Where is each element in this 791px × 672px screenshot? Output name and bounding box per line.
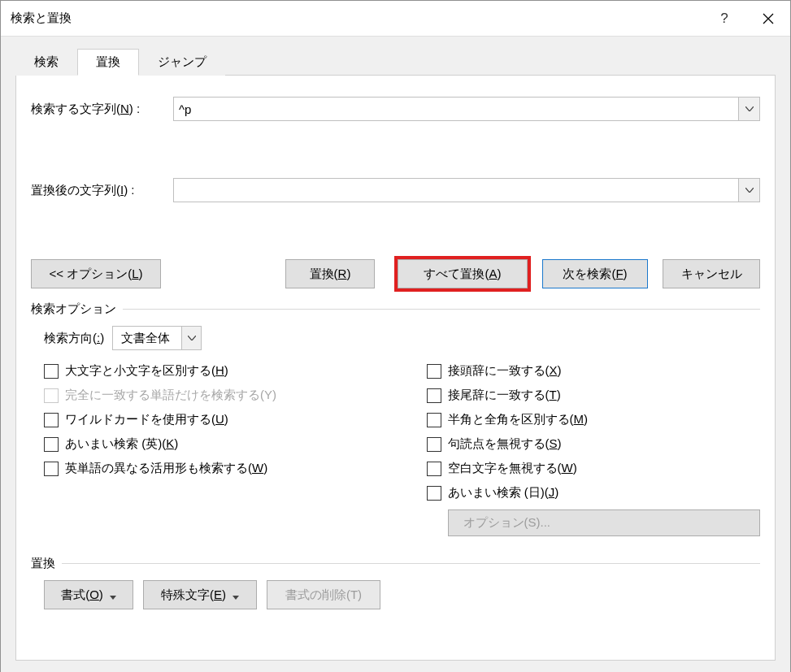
checkbox-word-forms[interactable]: 英単語の異なる活用形も検索する(W) bbox=[44, 461, 378, 476]
action-button-row: << オプション(L) 置換(R) すべて置換(A) 次を検索(F) キャンセル bbox=[31, 259, 760, 288]
replace-dropdown-button[interactable] bbox=[739, 178, 760, 202]
checkbox-match-prefix[interactable]: 接頭辞に一致する(X) bbox=[427, 363, 761, 379]
caret-down-icon bbox=[110, 588, 116, 602]
replace-row: 置換後の文字列(I) : bbox=[31, 178, 760, 202]
replace-section-legend: 置換 bbox=[31, 556, 760, 570]
checkbox-icon bbox=[427, 413, 441, 427]
search-options-legend: 検索オプション bbox=[31, 301, 760, 316]
options-grid: 大文字と小文字を区別する(H) 完全に一致する単語だけを検索する(Y) ワイルド… bbox=[31, 363, 760, 536]
checkbox-match-case[interactable]: 大文字と小文字を区別する(H) bbox=[44, 363, 378, 379]
format-button[interactable]: 書式(O) bbox=[44, 580, 133, 609]
dialog-content: 検索 置換 ジャンプ 検索する文字列(N) : ^p 置換後の文字列(I) : bbox=[1, 37, 790, 672]
checkbox-wildcards[interactable]: ワイルドカードを使用する(U) bbox=[44, 412, 378, 427]
find-combo[interactable]: ^p bbox=[173, 97, 760, 121]
checkbox-ignore-punctuation[interactable]: 句読点を無視する(S) bbox=[427, 436, 761, 452]
chevron-down-icon bbox=[745, 188, 754, 193]
checkbox-match-suffix[interactable]: 接尾辞に一致する(T) bbox=[427, 388, 761, 403]
help-button[interactable]: ? bbox=[702, 1, 746, 37]
options-toggle-button[interactable]: << オプション(L) bbox=[31, 259, 161, 288]
checkbox-ignore-whitespace[interactable]: 空白文字を無視する(W) bbox=[427, 461, 761, 476]
checkbox-half-full-width[interactable]: 半角と全角を区別する(M) bbox=[427, 412, 761, 427]
fuzzy-options-button: オプション(S)... bbox=[448, 509, 761, 536]
checkbox-icon bbox=[427, 462, 441, 476]
checkbox-sounds-like[interactable]: あいまい検索 (英)(K) bbox=[44, 436, 378, 452]
search-direction-row: 検索方向(:) 文書全体 bbox=[31, 326, 760, 350]
search-direction-select[interactable]: 文書全体 bbox=[112, 326, 202, 350]
checkbox-icon bbox=[44, 388, 59, 403]
find-row: 検索する文字列(N) : ^p bbox=[31, 97, 760, 121]
close-button[interactable] bbox=[746, 1, 790, 37]
options-left-column: 大文字と小文字を区別する(H) 完全に一致する単語だけを検索する(Y) ワイルド… bbox=[44, 363, 378, 536]
checkbox-icon bbox=[44, 437, 59, 452]
close-icon bbox=[763, 13, 774, 24]
checkbox-icon bbox=[427, 388, 441, 403]
checkbox-icon bbox=[427, 437, 441, 452]
chevron-down-icon bbox=[188, 336, 196, 340]
replace-label: 置換後の文字列(I) : bbox=[31, 183, 173, 198]
tab-panel-replace: 検索する文字列(N) : ^p 置換後の文字列(I) : bbox=[15, 76, 776, 661]
replace-all-button[interactable]: すべて置換(A) bbox=[398, 259, 528, 288]
tabstrip: 検索 置換 ジャンプ bbox=[15, 48, 776, 76]
special-button[interactable]: 特殊文字(E) bbox=[143, 580, 257, 609]
checkbox-whole-word: 完全に一致する単語だけを検索する(Y) bbox=[44, 388, 378, 403]
checkbox-icon bbox=[427, 486, 441, 501]
find-replace-dialog: 検索と置換 ? 検索 置換 ジャンプ 検索する文字列(N) : ^p bbox=[0, 0, 791, 672]
checkbox-icon bbox=[44, 462, 59, 476]
dialog-title: 検索と置換 bbox=[11, 11, 702, 26]
format-button-row: 書式(O) 特殊文字(E) 書式の削除(T) bbox=[31, 580, 760, 609]
direction-dropdown-button[interactable] bbox=[181, 327, 201, 349]
find-input[interactable]: ^p bbox=[173, 97, 739, 121]
no-formatting-button: 書式の削除(T) bbox=[267, 580, 380, 609]
checkbox-fuzzy-japanese[interactable]: あいまい検索 (日)(J) bbox=[427, 485, 761, 501]
tab-find[interactable]: 検索 bbox=[15, 49, 77, 76]
caret-down-icon bbox=[233, 588, 239, 602]
tab-replace[interactable]: 置換 bbox=[77, 49, 139, 76]
options-right-column: 接頭辞に一致する(X) 接尾辞に一致する(T) 半角と全角を区別する(M) 句読… bbox=[378, 363, 761, 536]
find-dropdown-button[interactable] bbox=[739, 97, 760, 121]
find-label: 検索する文字列(N) : bbox=[31, 102, 173, 117]
titlebar: 検索と置換 ? bbox=[1, 1, 790, 37]
checkbox-icon bbox=[427, 364, 441, 379]
find-next-button[interactable]: 次を検索(F) bbox=[542, 259, 648, 288]
replace-button[interactable]: 置換(R) bbox=[285, 259, 375, 288]
replace-combo[interactable] bbox=[173, 178, 760, 202]
chevron-down-icon bbox=[745, 106, 754, 111]
tab-jump[interactable]: ジャンプ bbox=[139, 49, 225, 76]
cancel-button[interactable]: キャンセル bbox=[663, 259, 760, 288]
checkbox-icon bbox=[44, 364, 59, 379]
checkbox-icon bbox=[44, 413, 59, 427]
replace-input[interactable] bbox=[173, 178, 739, 202]
search-direction-label: 検索方向(:) bbox=[44, 331, 104, 346]
